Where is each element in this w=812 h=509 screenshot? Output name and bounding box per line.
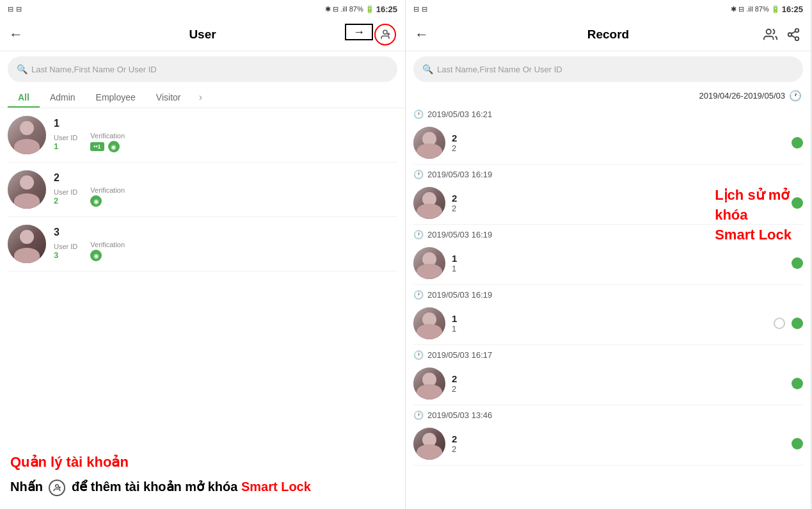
users-icon [763, 28, 777, 42]
record-4-status [792, 318, 803, 329]
user-3-id-label: User ID [54, 243, 77, 250]
right-record-list: 🕐 2019/05/03 16:21 2 2 🕐 2019/05/03 16:1… [406, 104, 811, 509]
clock-icon-1: 🕐 [413, 109, 424, 119]
record-2-info: 2 2 [452, 193, 785, 213]
user-2-verification-group: Verification ◉ [90, 186, 125, 207]
tab-all[interactable]: All [8, 87, 40, 108]
left-user-list: 1 User ID 1 Verification ••1 ◉ [0, 108, 405, 444]
date-filter-icon[interactable]: 🕐 [789, 90, 802, 102]
user-1-id-group: User ID 1 [54, 134, 77, 151]
left-sb-icon2: ⊟ [16, 5, 22, 13]
right-page-title: Record [587, 28, 629, 42]
user-3-info: 3 User ID 3 Verification ◉ [54, 227, 397, 261]
right-status-bar: ⊟ ⊟ ✱ ⊟ .ill 87% 🔋 16:25 [406, 0, 811, 18]
right-sb-icon2: ⊟ [422, 5, 427, 13]
arrow-right-icon: → [353, 26, 365, 39]
annotation-nhon: Nhấn [10, 480, 43, 494]
record-timestamp-2: 🕐 2019/05/03 16:19 [413, 165, 803, 182]
user-1-avatar [8, 116, 46, 154]
clock-icon-3: 🕐 [413, 230, 424, 239]
record-6-info: 2 2 [452, 433, 785, 454]
record-5-name: 2 [452, 373, 785, 384]
record-3-avatar [413, 247, 445, 279]
left-page-title: User [189, 28, 216, 42]
record-item-2[interactable]: 2 2 [413, 182, 803, 225]
clock-icon-6: 🕐 [413, 410, 424, 420]
left-annotation: Quản lý tài khoản Nhấn để thêm tài khoản… [0, 444, 405, 509]
right-search-icon: 🔍 [422, 64, 433, 74]
record-1-avatar [413, 127, 445, 159]
right-sb-time: 16:25 [782, 4, 803, 14]
right-share-icon[interactable] [785, 26, 802, 43]
user-3-verification-group: Verification ◉ [90, 241, 125, 261]
svg-point-3 [56, 484, 59, 487]
fp-badge-2: ◉ [90, 195, 102, 207]
record-5-info: 2 2 [452, 373, 785, 394]
annotation-smart-lock: Smart Lock [241, 480, 311, 494]
user-2-verification-label: Verification [90, 186, 125, 194]
user-2-id-group: User ID 2 [54, 188, 77, 206]
left-sb-right: ✱ ⊟ .ill 87% 🔋 16:25 [325, 4, 397, 14]
fp-badge-1: ◉ [108, 141, 120, 152]
user-1-info: 1 User ID 1 Verification ••1 ◉ [54, 118, 397, 152]
user-2-meta: User ID 2 Verification ◉ [54, 186, 397, 207]
svg-line-11 [792, 31, 795, 33]
record-6-name: 2 [452, 433, 785, 444]
arrow-indicator: → [345, 24, 373, 40]
inline-add-user-icon [52, 483, 61, 492]
left-annotation-body: Nhấn để thêm tài khoản mở khóa Smart Loc… [10, 477, 395, 496]
record-6-id: 2 [452, 444, 785, 454]
record-item-5[interactable]: 2 2 [413, 362, 803, 405]
left-nav-actions: → [374, 24, 396, 45]
tab-visitor[interactable]: Visitor [146, 87, 191, 108]
record-item-4[interactable]: 1 1 [413, 302, 803, 345]
record-item-6[interactable]: 2 2 [413, 423, 803, 465]
timestamp-4-text: 2019/05/03 16:19 [427, 290, 492, 300]
user-1-id-label: User ID [54, 134, 77, 141]
user-item-3[interactable]: 3 User ID 3 Verification ◉ [8, 217, 397, 271]
right-panel: ⊟ ⊟ ✱ ⊟ .ill 87% 🔋 16:25 ← Record [406, 0, 811, 509]
user-item-1[interactable]: 1 User ID 1 Verification ••1 ◉ [8, 108, 397, 163]
record-3-name: 1 [452, 253, 785, 264]
record-2-status [792, 197, 803, 209]
user-1-name: 1 [54, 118, 397, 129]
record-1-status [792, 137, 803, 149]
record-timestamp-5: 🕐 2019/05/03 16:17 [413, 345, 803, 362]
date-range-text: 2019/04/26-2019/05/03 [699, 91, 785, 101]
right-sb-signal: ✱ ⊟ .ill 87% 🔋 [731, 5, 780, 13]
annotation-de-them: để thêm tài khoản mở khóa [72, 480, 237, 494]
user-2-name: 2 [54, 172, 397, 184]
record-6-avatar [413, 428, 445, 460]
svg-line-10 [792, 35, 795, 38]
user-2-info: 2 User ID 2 Verification ◉ [54, 172, 397, 207]
timestamp-6-text: 2019/05/03 13:46 [427, 410, 492, 420]
tab-admin[interactable]: Admin [40, 87, 86, 108]
right-search-placeholder: Last Name,First Name Or User ID [437, 65, 562, 74]
user-2-id-value: 2 [54, 196, 77, 206]
user-2-avatar [8, 170, 46, 209]
user-item-2[interactable]: 2 User ID 2 Verification ◉ [8, 163, 397, 217]
right-status-icons: ⊟ ⊟ [413, 5, 427, 13]
right-back-button[interactable]: ← [415, 26, 429, 43]
right-search-bar[interactable]: 🔍 Last Name,First Name Or User ID [413, 56, 803, 82]
right-users-icon[interactable] [762, 26, 779, 43]
svg-point-6 [767, 29, 771, 33]
timestamp-5-text: 2019/05/03 16:17 [427, 350, 492, 360]
clock-icon-4: 🕐 [413, 290, 424, 300]
left-search-bar[interactable]: 🔍 Last Name,First Name Or User ID [8, 56, 397, 82]
left-annotation-title: Quản lý tài khoản [10, 454, 395, 471]
record-4-status-outline [774, 318, 785, 329]
left-back-button[interactable]: ← [9, 26, 23, 43]
record-item-3[interactable]: 1 1 [413, 242, 803, 285]
user-2-id-label: User ID [54, 188, 77, 196]
arrow-box: → [345, 24, 373, 40]
record-4-id: 1 [452, 324, 767, 334]
add-user-button[interactable] [374, 24, 396, 45]
record-6-status [792, 438, 803, 449]
record-3-info: 1 1 [452, 253, 785, 273]
record-4-info: 1 1 [452, 313, 767, 334]
right-top-nav: ← Record [406, 18, 811, 51]
record-3-id: 1 [452, 264, 785, 273]
record-item-1[interactable]: 2 2 [413, 122, 803, 165]
tab-employee[interactable]: Employee [86, 87, 146, 108]
